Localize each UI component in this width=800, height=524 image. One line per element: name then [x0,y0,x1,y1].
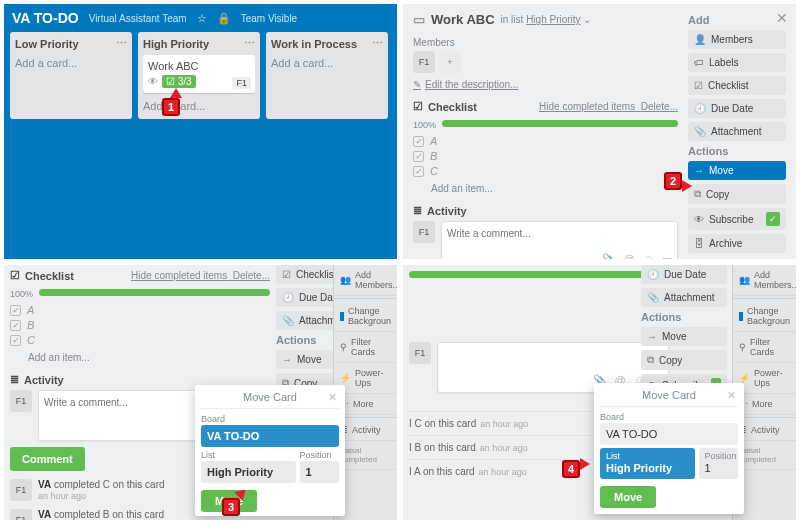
list-label: List [201,450,296,460]
move-button[interactable]: →Move [688,161,786,180]
progress-bar [409,271,669,278]
position-label: Position [300,450,339,460]
menu-filter[interactable]: ⚲Filter Cards [334,332,397,363]
move-confirm-button[interactable]: Move [600,486,656,508]
checklist-heading: Checklist [25,270,74,282]
annotation-arrow [170,88,182,98]
card-title[interactable]: Work ABC [431,12,495,27]
trello-board: VA TO-DO Virtual Assistant Team ☆ 🔒 Team… [4,4,397,259]
list-title[interactable]: Low Priority [15,38,79,50]
check-item[interactable]: ✓C [413,165,678,177]
user-icon: 👤 [694,34,706,45]
attach-icon[interactable]: 📎 [602,253,616,259]
add-members-button[interactable]: 👤Members [688,30,786,49]
arrow-right-icon: → [694,165,704,176]
actions-heading: Actions [688,145,786,157]
emoji-icon[interactable]: ☺ [643,253,654,259]
add-attachment-button[interactable]: 📎Attachment [641,288,727,307]
add-check-item[interactable]: Add an item... [431,183,678,194]
menu-add-members[interactable]: 👥Add Members... [733,265,796,296]
card-work-abc[interactable]: Work ABC 👁 ☑ 3/3 F1 [143,55,255,93]
annotation-arrow [682,180,692,192]
add-card[interactable]: Add a card... [15,55,127,71]
menu-change-bg[interactable]: Change Backgroun [733,301,796,332]
position-select[interactable]: 1 [300,461,339,483]
list-menu-icon[interactable]: ⋯ [116,37,127,50]
board-label: Board [600,412,738,422]
check-item[interactable]: ✓B [413,150,678,162]
chevron-down-icon: ⌄ [583,14,591,25]
add-card[interactable]: Add a card... [143,98,255,114]
hide-completed[interactable]: Hide completed items [131,270,227,281]
add-duedate-button[interactable]: 🕘Due Date [688,99,786,118]
copy-button[interactable]: ⧉Copy [688,184,786,204]
delete-checklist[interactable]: Delete... [233,270,270,281]
position-label: Position [705,451,737,461]
mention-icon[interactable]: @ [624,253,635,259]
close-icon[interactable]: ✕ [776,10,788,26]
current-user-avatar: F1 [409,342,431,364]
pencil-icon: ✎ [413,79,421,90]
list-title[interactable]: Work in Process [271,38,357,50]
comment-input[interactable] [443,349,663,360]
menu-add-members[interactable]: 👥Add Members... [334,265,397,296]
add-checklist-button[interactable]: ☑Checklist [688,76,786,95]
copy-icon: ⧉ [694,188,701,200]
list-menu-icon[interactable]: ⋯ [372,37,383,50]
panel-3: ☑Checklist Hide completed items Delete..… [4,265,397,520]
subscribe-button[interactable]: 👁Subscribe✓ [688,208,786,230]
add-duedate-button[interactable]: 🕘Due Date [641,265,727,284]
checklist-icon: ☑ [694,80,703,91]
copy-button[interactable]: ⧉Copy [641,350,727,370]
add-check-item[interactable]: Add an item... [28,352,270,363]
move-card-popover: Move Card✕ Board VA TO-DO ListHigh Prior… [195,385,345,516]
check-item[interactable]: ✓C [10,334,270,346]
check-item[interactable]: ✓A [413,135,678,147]
menu-filter[interactable]: ⚲Filter Cards [733,332,796,363]
annotation-4: 4 [562,460,580,478]
archive-button[interactable]: 🗄Archive [688,234,786,253]
list-select[interactable]: High Priority [201,461,296,483]
eye-icon: 👁 [694,214,704,225]
card-sidebar: Add 👤Members 🏷Labels ☑Checklist 🕘Due Dat… [688,12,786,251]
add-labels-button[interactable]: 🏷Labels [688,53,786,72]
close-icon[interactable]: ✕ [328,391,337,404]
checklist-badge: ☑ 3/3 [162,75,196,88]
add-heading: Add [688,14,786,26]
board-select[interactable]: VA TO-DO [600,423,738,445]
list-menu-icon[interactable]: ⋯ [244,37,255,50]
comment-button[interactable]: Comment [10,447,85,471]
card-location: in list High Priority ⌄ [501,14,592,25]
hide-completed[interactable]: Hide completed items [539,101,635,112]
activity-heading: Activity [427,205,467,217]
check-item[interactable]: ✓B [10,319,270,331]
annotation-arrow [580,458,590,470]
comment-input[interactable] [447,228,672,239]
checklist-heading: Checklist [428,101,477,113]
add-attachment-button[interactable]: 📎Attachment [688,122,786,141]
add-member-button[interactable]: + [439,51,461,73]
add-card[interactable]: Add a card... [271,55,383,71]
delete-checklist[interactable]: Delete... [641,101,678,112]
board-header: VA TO-DO Virtual Assistant Team ☆ 🔒 Team… [4,4,397,32]
check-item[interactable]: ✓A [10,304,270,316]
annotation-2: 2 [664,172,682,190]
list-title[interactable]: High Priority [143,38,209,50]
lock-icon: 🔒 [217,12,231,25]
move-button[interactable]: →Move [641,327,727,346]
edit-description[interactable]: ✎Edit the description... [413,79,518,90]
team-name[interactable]: Virtual Assistant Team [89,13,187,24]
progress-bar [39,289,270,296]
board-title[interactable]: VA TO-DO [12,10,79,26]
board-select[interactable]: VA TO-DO [201,425,339,447]
member-avatar[interactable]: F1 [413,51,435,73]
comment-box[interactable]: 📎 @ ☺ ▭ [441,221,678,259]
lists-row: Low Priority⋯ Add a card... High Priorit… [4,32,397,119]
close-icon[interactable]: ✕ [727,389,736,402]
card-icon[interactable]: ▭ [662,253,672,259]
star-icon[interactable]: ☆ [197,12,207,25]
visibility[interactable]: Team Visible [241,13,298,24]
menu-change-bg[interactable]: Change Backgroun [334,301,397,332]
popover-title: Move Card [642,389,696,401]
activity-icon: ≣ [413,204,422,217]
